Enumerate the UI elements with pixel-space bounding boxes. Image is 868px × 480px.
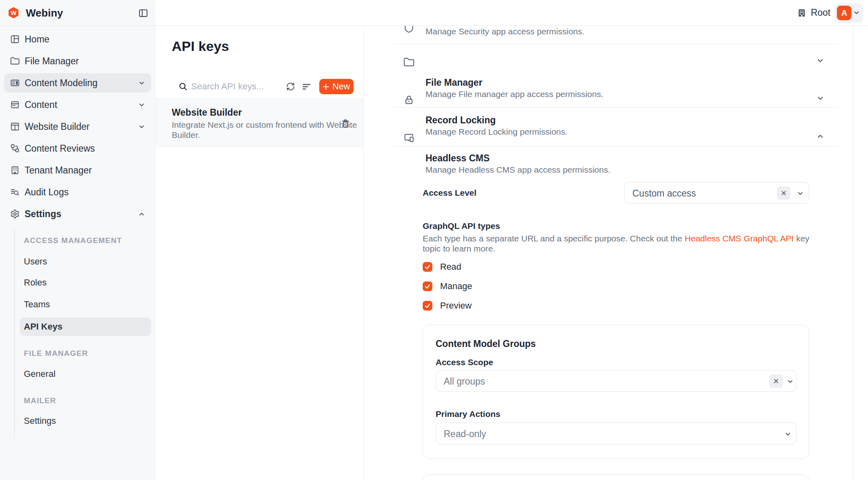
sidebar-item-users[interactable]: Users	[20, 252, 151, 271]
sidebar-item-mailer-settings[interactable]: Settings	[20, 412, 151, 430]
checkbox-preview[interactable]: Preview	[423, 301, 472, 311]
api-key-title: Website Builder	[172, 107, 242, 118]
sidebar-item-file-manager[interactable]: File Manager	[4, 51, 151, 71]
sidebar-item-label: Roles	[24, 277, 46, 288]
list-item-website-builder[interactable]: Website Builder Integrate Next.js or cus…	[156, 99, 363, 147]
sidebar-item-website-builder[interactable]: Website Builder	[4, 117, 151, 136]
checkbox-read[interactable]: Read	[423, 262, 461, 272]
sidebar-item-label: General	[24, 369, 55, 379]
sidebar-item-settings[interactable]: Settings	[4, 204, 151, 224]
sidebar-item-content-modeling[interactable]: Content Modeling	[4, 73, 151, 93]
row-divider	[393, 44, 838, 44]
folder-icon	[403, 57, 415, 68]
permissions-content: Manage Security app access permissions. …	[364, 26, 868, 480]
audit-logs-icon	[10, 187, 20, 197]
access-scope-select[interactable]: All groups	[436, 370, 796, 392]
close-icon	[773, 378, 780, 385]
page-title: API keys	[172, 38, 229, 54]
chevron-down-icon	[788, 380, 793, 383]
row-divider	[393, 146, 838, 146]
checkbox-checked-icon	[423, 262, 432, 272]
access-scope-value: All groups	[444, 376, 485, 387]
access-level-select[interactable]: Custom access	[624, 182, 809, 204]
checkbox-label: Preview	[440, 300, 472, 311]
sidebar-item-label: Teams	[24, 299, 50, 310]
checkbox-checked-icon	[423, 301, 432, 311]
sidebar-item-label: Users	[24, 256, 47, 267]
submenu-section-file-manager: FILE MANAGER	[24, 346, 88, 361]
sort-icon[interactable]	[302, 82, 312, 91]
content-right-border	[853, 26, 853, 480]
new-button-label: New	[332, 81, 350, 92]
next-section-card	[423, 474, 809, 480]
tenant-manager-icon	[10, 165, 20, 175]
chevron-down-icon	[817, 96, 823, 100]
submenu-rule	[14, 228, 15, 438]
access-level-label: Access Level	[423, 188, 476, 198]
sidebar-item-label: Website Builder	[25, 121, 90, 132]
checkbox-label: Read	[440, 262, 461, 272]
chevron-down-icon	[798, 192, 803, 195]
sidebar-item-roles[interactable]: Roles	[20, 273, 151, 292]
chevron-up-icon	[817, 134, 823, 138]
checkbox-manage[interactable]: Manage	[423, 281, 472, 291]
description-text: Each type has a separate URL and a speci…	[423, 234, 685, 243]
chevron-down-icon	[139, 103, 144, 107]
close-icon	[780, 190, 787, 197]
trash-icon[interactable]	[341, 118, 350, 129]
header-brand-area: W Webiny	[0, 0, 156, 25]
sidebar-item-label: Content Modeling	[25, 78, 97, 89]
search-toolbar: New	[156, 74, 363, 99]
headless-cms-graphql-api-link[interactable]: Headless CMS GraphQL API	[685, 234, 794, 243]
row-title: File Manager	[426, 77, 482, 88]
sidebar-item-label: Home	[25, 34, 49, 45]
clear-selection-button[interactable]	[769, 374, 783, 388]
refresh-icon[interactable]	[286, 82, 295, 91]
checkbox-label: Manage	[440, 281, 472, 292]
search-input[interactable]	[191, 80, 278, 93]
sidebar-item-home[interactable]: Home	[4, 30, 151, 49]
headless-cms-icon	[403, 132, 415, 144]
sidebar-item-content[interactable]: Content	[4, 95, 151, 114]
search-icon	[178, 82, 188, 91]
building-icon	[797, 8, 807, 18]
chevron-down-icon	[854, 11, 859, 15]
chevron-down-icon	[817, 59, 823, 63]
sidebar-item-content-reviews[interactable]: Content Reviews	[4, 139, 151, 158]
sidebar-item-label: Content	[25, 99, 57, 110]
graphql-api-types-label: GraphQL API types	[423, 221, 500, 231]
sidebar-item-audit-logs[interactable]: Audit Logs	[4, 182, 151, 202]
sidebar-item-general[interactable]: General	[20, 365, 151, 383]
sidebar-item-api-keys[interactable]: API Keys	[20, 317, 151, 336]
new-api-key-button[interactable]: New	[319, 79, 354, 94]
sidebar-item-label: Tenant Manager	[25, 165, 92, 176]
sidebar-toggle-icon[interactable]	[138, 8, 148, 18]
tenant-label: Root	[811, 7, 830, 18]
sidebar: Home File Manager Content Modeling Cont	[0, 26, 156, 480]
row-subtitle: Manage Headless CMS app access permissio…	[426, 165, 611, 175]
security-row-subtitle: Manage Security app access permissions.	[426, 27, 584, 36]
primary-actions-select[interactable]: Read-only	[436, 423, 796, 444]
row-title: Headless CMS	[426, 153, 490, 164]
card-title: Content Model Groups	[436, 338, 536, 349]
checkbox-checked-icon	[423, 281, 432, 291]
top-header: W Webiny Root A	[0, 0, 868, 26]
sidebar-item-label: Settings	[25, 209, 61, 220]
user-menu[interactable]: A	[834, 3, 863, 23]
primary-actions-value: Read-only	[444, 429, 486, 440]
chevron-down-icon	[785, 432, 790, 436]
chevron-down-icon	[139, 125, 144, 129]
submenu-section-mailer: MAILER	[24, 393, 56, 408]
webiny-admin-page: W Webiny Root A	[0, 0, 868, 480]
svg-text:W: W	[11, 10, 17, 16]
row-title: Record Locking	[426, 115, 496, 126]
sidebar-item-label: Settings	[24, 416, 56, 426]
clear-selection-button[interactable]	[777, 186, 790, 200]
row-subtitle: Manage Record Locking permissions.	[426, 127, 567, 137]
home-icon	[10, 34, 20, 44]
chevron-up-icon	[139, 212, 144, 216]
gear-icon	[10, 209, 20, 219]
sidebar-item-tenant-manager[interactable]: Tenant Manager	[4, 161, 151, 180]
sidebar-item-label: API Keys	[24, 321, 62, 332]
sidebar-item-teams[interactable]: Teams	[20, 295, 151, 314]
